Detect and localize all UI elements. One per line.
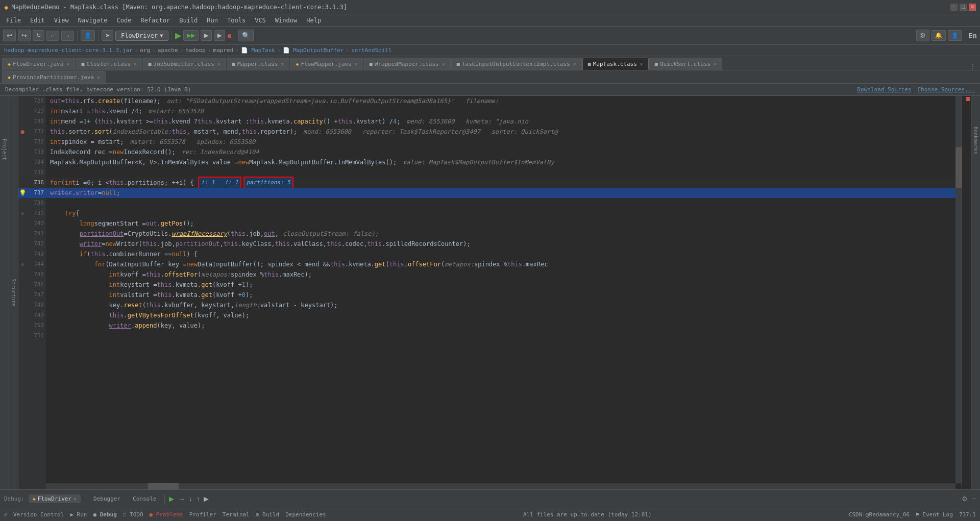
menu-tools[interactable]: Tools [223,16,250,25]
notifications-btn[interactable]: 🔔 [932,30,946,41]
tab-provincepartitioner-label: ProvincePartitioner.java [13,74,94,81]
breadcrumb-maptask[interactable]: 📄 MapTask [241,47,275,54]
gutter-743: 743 [18,249,46,259]
menu-run[interactable]: Run [203,16,222,25]
maximize-button[interactable]: □ [960,4,967,11]
debug-run-btn[interactable]: ▶▶ [183,30,199,41]
stop-button[interactable]: ■ [227,32,231,40]
toolbar-undo[interactable]: ↩ [3,30,16,41]
tab-jobsubmitter-class[interactable]: ■ JobSubmitter.class ✕ [143,58,226,70]
breadcrumb-jar[interactable]: hadoop-mapreduce-client-core-3.1.3.jar [4,47,133,54]
lang-indicator: En [968,32,977,40]
debug-session-close[interactable]: ✕ [74,496,77,502]
problems-status: ● Problems [150,511,183,518]
profiler-status: Profiler [189,511,216,518]
menu-refactor[interactable]: Refactor [136,16,174,25]
run-button[interactable]: ▶ [175,31,181,40]
toolbar-refresh[interactable]: ↻ [33,30,44,41]
title-bar-controls: − □ ✕ [950,4,976,11]
vertical-scrollbar[interactable] [955,96,962,483]
menu-help[interactable]: Help [302,16,325,25]
debug-step-into-btn[interactable]: ↓ [189,495,192,503]
coverage-btn[interactable]: ▶ [201,30,212,41]
menu-build[interactable]: Build [175,16,202,25]
gutter-745: 745 [18,269,46,280]
tab-cluster-class[interactable]: ■ Cluster.class ✕ [76,58,142,70]
menu-edit[interactable]: Edit [26,16,49,25]
title-bar-left: ◆ MapReduceDemo - MapTask.class [Maven: … [4,3,347,11]
toolbar-user[interactable]: 👤 [81,30,95,41]
code-line-744: for(DataInputBuffer key = new DataInputB… [46,259,962,269]
debug-settings-btn[interactable]: ⚙ [962,495,968,503]
code-editor[interactable]: out = this.rfs.create(filename); out: "F… [46,96,962,489]
code-line-743: if (this.combinerRunner == null) { [46,249,962,259]
toolbar-redo[interactable]: ↪ [18,30,31,41]
menu-file[interactable]: File [2,16,25,25]
menu-window[interactable]: Window [271,16,301,25]
menu-view[interactable]: View [50,16,73,25]
flow-driver-dropdown[interactable]: FlowDriver ▼ [115,31,168,41]
menu-code[interactable]: Code [113,16,136,25]
debug-tab-debugger[interactable]: Debugger [89,494,125,503]
code-line-750: writer.append(key, value); [46,320,962,331]
structure-panel[interactable]: Structure [9,96,18,489]
minimize-button[interactable]: − [950,4,958,11]
toolbar-arrow[interactable]: ➤ [102,30,113,41]
debug-separator [85,494,85,504]
breadcrumb-org[interactable]: org [140,47,150,54]
tab-provincepartitioner-java[interactable]: ◆ ProvincePartitioner.java ✕ [2,71,106,83]
event-log-link[interactable]: ⚑ Event Log [916,511,953,518]
tab-cluster-close[interactable]: ✕ [134,61,137,67]
tab-taskinputoutput-class[interactable]: ■ TaskInputOutputContextImpl.class ✕ [451,58,582,70]
toolbar-back[interactable]: ← [46,31,59,41]
debug-session-tab[interactable]: ◆ FlowDriver ✕ [29,494,81,503]
debug-resume-btn[interactable]: ▶ [169,495,174,503]
tab-quicksort-close[interactable]: ✕ [714,61,717,67]
status-message: All files are up-to-date (today 12:01) [326,511,849,518]
tab-maptask-close[interactable]: ✕ [640,61,643,67]
breadcrumb-mapred[interactable]: mapred [213,47,234,54]
tab-wrappedmapper-class[interactable]: ■ WrappedMapper.class ✕ [364,58,451,70]
tab-mapper-close[interactable]: ✕ [281,61,284,67]
gutter-730: 730 [18,116,46,127]
breadcrumb-mapoutputbuffer[interactable]: 📄 MapOutputBuffer [283,47,344,54]
breadcrumb-sortandspill[interactable]: sortAndSpill [351,47,391,54]
code-line-732: int spindex = mstart; mstart: 6553578 sp… [46,137,962,147]
debug-tab-console[interactable]: Console [129,494,160,503]
avatar-btn[interactable]: 👤 [948,30,962,41]
breadcrumb-apache[interactable]: apache [158,47,178,54]
toolbar-forward[interactable]: → [61,31,74,41]
tab-taskinputoutput-close[interactable]: ✕ [573,61,576,67]
menu-vcs[interactable]: VCS [251,16,270,25]
tab-flowmapper-java[interactable]: ◆ FlowMapper.java ✕ [290,58,363,70]
tabs-overflow[interactable]: ⋮ [970,63,978,70]
breadcrumb-hadoop[interactable]: hadoop [185,47,206,54]
settings-btn[interactable]: ⚙ [916,30,929,41]
debug-session-icon: ◆ [33,496,36,502]
menu-navigate[interactable]: Navigate [74,16,112,25]
bookmarks-label: Bookmarks [973,127,978,154]
debug-close-btn[interactable]: − [972,495,976,503]
debug-run-to-cursor-btn[interactable]: ▶ [204,495,209,503]
tab-provincepartitioner-close[interactable]: ✕ [97,75,100,80]
debug-step-out-btn[interactable]: ↑ [197,495,200,503]
tab-quicksort-class[interactable]: ■ QuickSort.class ✕ [649,58,722,70]
close-button[interactable]: ✕ [969,4,976,11]
search-everywhere-btn[interactable]: 🔍 [238,30,254,41]
choose-sources-link[interactable]: Choose Sources... [917,86,975,93]
class-icon-5: ■ [457,61,460,67]
tab-maptask-class[interactable]: ■ MapTask.class ✕ [582,58,649,70]
horizontal-scrollbar[interactable] [46,483,955,489]
menu-bar: File Edit View Navigate Code Refactor Bu… [0,14,980,27]
tab-flowmapper-close[interactable]: ✕ [355,61,358,67]
sidebar-project-tab[interactable]: Project [1,137,8,162]
download-sources-link[interactable]: Download Sources [857,86,911,93]
tab-mapper-class[interactable]: ■ Mapper.class ✕ [227,58,290,70]
tab-wrappedmapper-close[interactable]: ✕ [442,61,445,67]
tab-flowdriver-java[interactable]: ◆ FlowDriver.java ✕ [2,58,75,70]
tab-jobsubmitter-close[interactable]: ✕ [217,61,220,67]
debug-step-over-btn[interactable]: → [178,495,185,503]
profile-btn[interactable]: ▶ [214,30,225,41]
flow-driver-label: FlowDriver [121,32,158,39]
tab-flowdriver-close[interactable]: ✕ [66,61,69,67]
